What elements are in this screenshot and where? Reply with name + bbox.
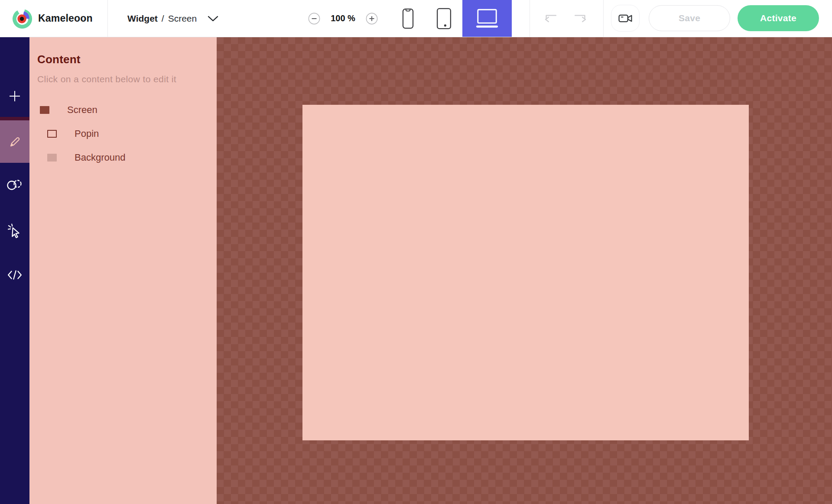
zoom-level: 100 % (320, 13, 366, 23)
topbar-divider (107, 0, 108, 37)
chevron-down-icon (208, 16, 218, 22)
kameleoon-logo (12, 8, 32, 29)
panel-subtitle: Click on a content below to edit it (37, 74, 217, 84)
topbar-divider (530, 0, 530, 37)
zoom-controls: 100 % (308, 0, 378, 37)
record-preview-button[interactable] (611, 5, 640, 32)
undo-button[interactable] (539, 0, 561, 37)
popin-color-swatch (47, 130, 57, 138)
redo-button[interactable] (570, 0, 592, 37)
device-mobile-button[interactable] (395, 0, 420, 37)
add-widget-tool[interactable] (0, 81, 29, 112)
panel-title: Content (37, 53, 217, 66)
brand-name: Kameleoon (38, 13, 93, 24)
code-editor-tool[interactable] (0, 259, 29, 291)
breadcrumb[interactable]: Widget / Screen (127, 0, 218, 37)
breadcrumb-separator: / (162, 13, 164, 24)
edit-pencil-icon (8, 135, 21, 148)
sidebar-divider (0, 117, 29, 120)
content-item-label: Background (75, 152, 125, 163)
content-item-label: Screen (67, 104, 98, 116)
undo-icon (542, 13, 558, 24)
content-panel: Content Click on a content below to edit… (29, 37, 217, 504)
topbar-divider (603, 0, 604, 37)
breadcrumb-section: Widget (127, 13, 158, 24)
content-item-screen[interactable]: Screen (29, 98, 217, 122)
device-tablet-button[interactable] (431, 0, 456, 37)
pointer-click-icon (8, 223, 22, 239)
background-color-swatch (47, 154, 57, 162)
device-desktop-button[interactable] (462, 0, 512, 37)
tablet-icon (436, 8, 452, 29)
activate-button[interactable]: Activate (738, 5, 819, 31)
zoom-in-button[interactable] (366, 13, 378, 25)
content-item-popin[interactable]: Popin (29, 122, 217, 145)
edit-content-tool[interactable] (0, 120, 29, 163)
content-item-background[interactable]: Background (29, 145, 217, 169)
kameleoon-editor: Kameleoon Widget / Screen (0, 0, 832, 504)
editor-canvas[interactable] (217, 37, 832, 504)
save-button[interactable]: Save (649, 5, 730, 31)
zoom-in-icon (366, 13, 378, 25)
code-icon (7, 269, 23, 281)
desktop-icon (475, 9, 499, 28)
camera-icon (618, 13, 633, 24)
redo-icon (573, 13, 589, 24)
content-item-label: Popin (75, 128, 99, 139)
content-list: Screen Popin Background (29, 98, 217, 169)
circles-icon (6, 178, 23, 191)
phone-icon (402, 8, 414, 29)
zoom-out-button[interactable] (308, 13, 320, 25)
interaction-tool[interactable] (0, 215, 29, 246)
breadcrumb-current: Screen (168, 13, 197, 24)
tool-sidebar (0, 37, 29, 504)
popin-preview[interactable] (302, 105, 749, 440)
zoom-out-icon (308, 13, 320, 25)
plus-icon (9, 90, 21, 102)
screen-color-swatch (40, 106, 49, 114)
top-bar: Kameleoon Widget / Screen (0, 0, 832, 37)
brand: Kameleoon (12, 0, 93, 37)
targeting-tool[interactable] (0, 169, 29, 200)
